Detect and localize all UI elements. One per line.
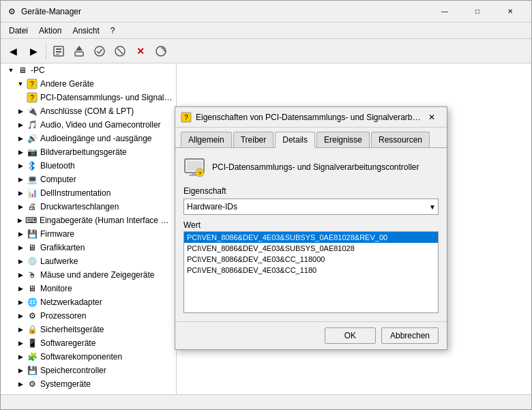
- tree-toggle-softwarekomponenten[interactable]: ▶: [16, 352, 25, 362]
- toolbar-disable-button[interactable]: [110, 42, 130, 61]
- tree-item-bluetooth[interactable]: ▶ Bluetooth: [1, 159, 176, 173]
- tree-item-sicherheit[interactable]: ▶ 🔒 Sicherheitsgeräte: [1, 323, 176, 336]
- monitore-icon: 🖥: [27, 283, 38, 294]
- toolbar-forward-button[interactable]: ▶: [24, 42, 43, 61]
- tree-item-andere-geraete[interactable]: ▼ ? Andere Geräte: [1, 77, 176, 91]
- tree-toggle-prozessoren[interactable]: ▶: [16, 311, 25, 321]
- tree-toggle-druck[interactable]: ▶: [16, 202, 25, 211]
- svg-text:?: ?: [30, 80, 34, 88]
- toolbar-back-button[interactable]: ◀: [3, 42, 23, 61]
- toolbar: ◀ ▶ ✕: [1, 39, 531, 63]
- svg-rect-2: [56, 51, 61, 53]
- laufwerke-icon: 💿: [27, 256, 38, 267]
- tree-item-bildverarbeitung[interactable]: ▶ 📷 Bildverarbeitungsgeräte: [1, 145, 176, 159]
- tree-item-maeuse[interactable]: ▶ 🖱 Mäuse und andere Zeigegeräte: [1, 268, 176, 282]
- tree-item-monitore[interactable]: ▶ 🖥 Monitore: [1, 282, 176, 295]
- tree-item-druck[interactable]: ▶ 🖨 Druckwarteschlangen: [1, 200, 176, 214]
- property-dropdown[interactable]: Hardware-IDs: [183, 199, 439, 215]
- tree-toggle-computer[interactable]: ▶: [16, 175, 25, 184]
- tree-toggle-firmware[interactable]: ▶: [16, 229, 25, 239]
- toolbar-update-driver-button[interactable]: [70, 42, 89, 61]
- hardware-id-listbox[interactable]: PCI\VEN_8086&DEV_4E03&SUBSYS_0AE81028&RE…: [183, 231, 439, 313]
- tree-toggle-grafik[interactable]: ▶: [16, 243, 25, 252]
- tree-label-druck: Druckwarteschlangen: [40, 202, 119, 211]
- tree-toggle-root[interactable]: ▼: [6, 65, 16, 75]
- tab-details[interactable]: Details: [275, 132, 315, 148]
- tab-ereignisse[interactable]: Ereignisse: [316, 132, 370, 147]
- tab-ressourcen[interactable]: Ressourcen: [371, 132, 430, 147]
- tab-allgemein[interactable]: Allgemein: [181, 132, 232, 147]
- hardware-id-item-0[interactable]: PCI\VEN_8086&DEV_4E03&SUBSYS_0AE81028&RE…: [184, 232, 438, 243]
- tree-item-pci[interactable]: ? PCI-Datensammlungs- und Signalverarbei…: [1, 91, 176, 104]
- tree-item-laufwerke[interactable]: ▶ 💿 Laufwerke: [1, 254, 176, 268]
- tree-toggle-software[interactable]: ▶: [16, 338, 25, 348]
- tree-item-firmware[interactable]: ▶ 💾 Firmware: [1, 227, 176, 241]
- menu-help[interactable]: ?: [105, 25, 121, 37]
- computer-item-icon: 💻: [27, 174, 38, 185]
- tree-toggle-audioeingaenge[interactable]: ▶: [16, 134, 25, 143]
- tree-item-audioeingaenge[interactable]: ▶ 🔊 Audioeingänge und -ausgänge: [1, 132, 176, 145]
- tree-toggle-bluetooth[interactable]: ▶: [16, 161, 25, 171]
- hardware-id-item-3[interactable]: PCI\VEN_8086&DEV_4E03&CC_1180: [184, 265, 438, 276]
- device-tree[interactable]: ▼ 🖥 -PC ▼ ? Andere Geräte ? PCI-: [1, 63, 177, 394]
- cancel-button[interactable]: Abbrechen: [381, 327, 439, 344]
- window-title: Geräte-Manager: [21, 7, 429, 16]
- softwarekomponenten-icon: 🧩: [27, 351, 38, 362]
- tree-item-software[interactable]: ▶ 📱 Softwaregeräte: [1, 336, 176, 350]
- dialog-close-button[interactable]: ✕: [422, 110, 441, 125]
- tree-toggle-sicherheit[interactable]: ▶: [16, 325, 25, 334]
- ok-button[interactable]: OK: [325, 327, 376, 344]
- tree-toggle-speicher[interactable]: ▶: [16, 366, 25, 375]
- menu-bar: Datei Aktion Ansicht ?: [1, 23, 531, 39]
- tree-item-eingabe[interactable]: ▶ ⌨ Eingabegeräte (Human Interface De...: [1, 214, 176, 227]
- toolbar-uninstall-button[interactable]: ✕: [131, 42, 150, 61]
- tree-item-prozessoren[interactable]: ▶ ⚙ Prozessoren: [1, 309, 176, 323]
- grafik-icon: 🖥: [27, 242, 38, 253]
- tree-item-system[interactable]: ▶ ⚙ Systemgeräte: [1, 377, 176, 391]
- tree-toggle-andere[interactable]: ▼: [16, 79, 25, 89]
- tree-toggle-eingabe[interactable]: ▶: [15, 216, 25, 225]
- tree-label-pci: PCI-Datensammlungs- und Signalverarbeitu…: [40, 93, 173, 102]
- svg-text:?: ?: [30, 94, 34, 102]
- tree-label-laufwerke: Laufwerke: [40, 257, 78, 266]
- tree-item-netzwerk[interactable]: ▶ 🌐 Netzwerkadapter: [1, 295, 176, 309]
- tree-toggle-system[interactable]: ▶: [16, 379, 25, 389]
- hardware-id-item-1[interactable]: PCI\VEN_8086&DEV_4E03&SUBSYS_0AE81028: [184, 243, 438, 254]
- tree-item-grafik[interactable]: ▶ 🖥 Grafikkarten: [1, 241, 176, 254]
- tree-item-root[interactable]: ▼ 🖥 -PC: [1, 63, 176, 77]
- toolbar-scan-button[interactable]: [151, 42, 171, 61]
- menu-datei[interactable]: Datei: [3, 25, 33, 37]
- svg-point-6: [95, 46, 104, 56]
- tree-item-speicher[interactable]: ▶ 💾 Speichercontroller: [1, 364, 176, 377]
- tab-treiber[interactable]: Treiber: [233, 132, 274, 147]
- hardware-id-item-2[interactable]: PCI\VEN_8086&DEV_4E03&CC_118000: [184, 254, 438, 265]
- menu-ansicht[interactable]: Ansicht: [67, 25, 104, 37]
- close-button[interactable]: ✕: [494, 3, 526, 20]
- speicher-icon: 💾: [27, 365, 38, 376]
- tree-toggle-dell[interactable]: ▶: [16, 188, 25, 198]
- tree-label-monitore: Monitore: [40, 284, 72, 293]
- toolbar-properties-button[interactable]: [49, 42, 68, 61]
- tree-label-netzwerk: Netzwerkadapter: [40, 297, 102, 307]
- title-bar: ⚙ Geräte-Manager — □ ✕: [1, 1, 531, 23]
- tree-item-computer[interactable]: ▶ 💻 Computer: [1, 173, 176, 186]
- tree-toggle-bildverarbeitung[interactable]: ▶: [16, 147, 25, 157]
- tree-toggle-laufwerke[interactable]: ▶: [16, 257, 25, 266]
- minimize-button[interactable]: —: [429, 3, 460, 20]
- menu-aktion[interactable]: Aktion: [33, 25, 67, 37]
- druck-icon: 🖨: [27, 201, 38, 212]
- tree-item-softwarekomponenten[interactable]: ▶ 🧩 Softwarekomponenten: [1, 350, 176, 364]
- tree-toggle-audio[interactable]: ▶: [16, 120, 25, 130]
- tree-item-audio[interactable]: ▶ 🎵 Audio, Video und Gamecontroller: [1, 118, 176, 132]
- tree-toggle-monitore[interactable]: ▶: [16, 284, 25, 293]
- maximize-button[interactable]: □: [462, 3, 493, 20]
- tree-label-bluetooth: Bluetooth: [40, 161, 75, 171]
- tree-item-dell[interactable]: ▶ 📊 DellInstrumentation: [1, 186, 176, 200]
- toolbar-enable-button[interactable]: [90, 42, 109, 61]
- audio-icon: 🎵: [27, 119, 38, 130]
- tree-item-anschluesse[interactable]: ▶ 🔌 Anschlüsse (COM & LPT): [1, 104, 176, 118]
- svg-marker-5: [76, 46, 83, 50]
- tree-toggle-maeuse[interactable]: ▶: [16, 270, 25, 280]
- tree-toggle-anschluesse[interactable]: ▶: [16, 106, 25, 116]
- tree-toggle-netzwerk[interactable]: ▶: [16, 297, 25, 307]
